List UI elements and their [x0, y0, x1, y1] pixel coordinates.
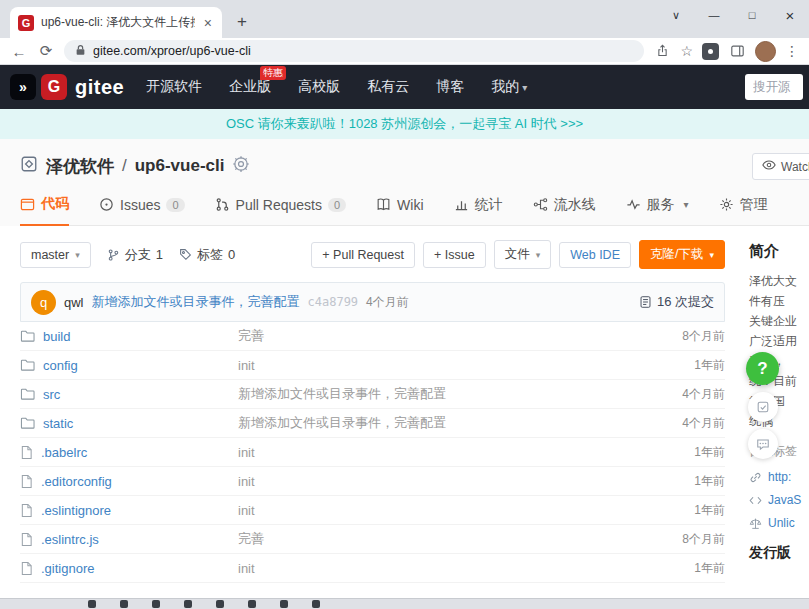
file-commit-message[interactable]: init [238, 561, 643, 576]
file-name-link[interactable]: .eslintignore [41, 503, 111, 518]
file-commit-message[interactable]: init [238, 445, 643, 460]
search-input[interactable] [745, 74, 803, 100]
profile-avatar[interactable] [755, 41, 776, 62]
new-pull-request-button[interactable]: + Pull Request [311, 242, 415, 268]
branches-link[interactable]: 分支1 [107, 246, 163, 264]
taskbar-icon[interactable] [280, 600, 288, 608]
tab-services[interactable]: 服务 ▾ [626, 195, 689, 225]
branch-select[interactable]: master ▾ [20, 242, 91, 268]
nav-item-private-cloud[interactable]: 私有云 [367, 78, 409, 96]
help-button[interactable]: ? [746, 352, 779, 385]
tab-code[interactable]: 代码 [20, 195, 69, 226]
taskbar-icon[interactable] [88, 600, 96, 608]
side-panel-icon[interactable] [728, 44, 746, 58]
file-name-link[interactable]: src [43, 387, 60, 402]
file-name-link[interactable]: .babelrc [41, 445, 87, 460]
table-row[interactable]: src 新增添加文件或目录事件，完善配置 4个月前 [20, 380, 725, 409]
tags-link[interactable]: 标签0 [179, 246, 235, 264]
file-name-link[interactable]: config [43, 358, 78, 373]
file-name-link[interactable]: build [43, 329, 70, 344]
file-menu-button[interactable]: 文件 ▾ [494, 240, 552, 269]
extension-icon[interactable] [702, 43, 719, 60]
file-commit-message[interactable]: 完善 [238, 530, 643, 548]
repo-owner-link[interactable]: 泽优软件 [46, 155, 114, 178]
homepage-link[interactable]: http: [749, 470, 809, 484]
file-commit-message[interactable]: init [238, 358, 643, 373]
taskbar-icon[interactable] [184, 600, 192, 608]
nav-item-opensource[interactable]: 开源软件 [146, 78, 202, 96]
file-commit-message[interactable]: 新增添加文件或目录事件，完善配置 [238, 385, 643, 403]
maximize-icon[interactable]: □ [733, 0, 771, 30]
tab-manage[interactable]: 管理 [719, 195, 768, 225]
nav-item-enterprise[interactable]: 企业版特惠 [229, 78, 271, 96]
refresh-icon[interactable]: ⟳ [37, 42, 55, 60]
share-icon[interactable] [653, 44, 671, 58]
nav-item-blog[interactable]: 博客 [436, 78, 464, 96]
table-row[interactable]: config init 1年前 [20, 351, 725, 380]
minimize-icon[interactable]: — [695, 0, 733, 30]
license-link[interactable]: Unlic [749, 516, 809, 530]
address-bar: ← ⟳ gitee.com/xproer/up6-vue-cli ☆ ⋮ [0, 38, 809, 65]
browser-tab[interactable]: G up6-vue-cli: 泽优大文件上传控 × [10, 7, 222, 38]
repo-icon [20, 155, 38, 178]
table-row[interactable]: .gitignore init 1年前 [20, 554, 725, 583]
tab-statistics[interactable]: 统计 [454, 195, 503, 225]
taskbar-icon[interactable] [216, 600, 224, 608]
language-link[interactable]: JavaS [749, 493, 809, 507]
web-ide-button[interactable]: Web IDE [559, 242, 631, 268]
table-row[interactable]: .eslintrc.js 完善 8个月前 [20, 525, 725, 554]
address-input[interactable]: gitee.com/xproer/up6-vue-cli [64, 40, 644, 62]
commit-message-link[interactable]: 新增添加文件或目录事件，完善配置 [92, 293, 300, 311]
taskbar-icon[interactable] [248, 600, 256, 608]
repo-name-link[interactable]: up6-vue-cli [135, 156, 225, 176]
repo-header: 泽优软件 / up6-vue-cli Watch 代码 Issues 0 Pul… [0, 139, 809, 226]
browser-menu-icon[interactable]: ⋮ [785, 43, 799, 59]
edit-doc-icon [756, 400, 770, 414]
table-row[interactable]: .editorconfig init 1年前 [20, 467, 725, 496]
close-icon[interactable]: × [771, 0, 809, 30]
file-commit-message[interactable]: 新增添加文件或目录事件，完善配置 [238, 414, 643, 432]
watch-button[interactable]: Watch [752, 153, 809, 180]
file-name-link[interactable]: .gitignore [41, 561, 94, 576]
tab-wiki[interactable]: Wiki [376, 195, 423, 225]
file-name-link[interactable]: static [43, 416, 73, 431]
table-row[interactable]: static 新增添加文件或目录事件，完善配置 4个月前 [20, 409, 725, 438]
code-icon [749, 494, 762, 507]
commit-hash[interactable]: c4a8799 [308, 295, 359, 309]
bookmark-star-icon[interactable]: ☆ [680, 43, 693, 59]
commit-author-avatar[interactable]: q [31, 290, 56, 315]
window-controls: ∨ — □ × [657, 0, 809, 30]
nav-item-mine[interactable]: 我的▾ [491, 78, 527, 96]
tab-pipelines[interactable]: 流水线 [533, 195, 596, 225]
taskbar-icon[interactable] [120, 600, 128, 608]
gitee-logo[interactable]: » G gitee [10, 74, 124, 100]
tab-pull-requests[interactable]: Pull Requests 0 [215, 195, 347, 225]
commits-count-link[interactable]: 16 次提交 [639, 293, 714, 311]
back-icon[interactable]: ← [10, 43, 28, 60]
tab-close-icon[interactable]: × [202, 15, 214, 31]
new-tab-button[interactable]: + [228, 8, 256, 36]
file-commit-message[interactable]: init [238, 474, 643, 489]
announcement-banner[interactable]: OSC 请你来轰趴啦！1028 苏州源创会，一起寻宝 AI 时代 >>> [0, 109, 809, 139]
file-commit-message[interactable]: init [238, 503, 643, 518]
about-text-line: 泽优大文 [749, 271, 809, 291]
clone-download-button[interactable]: 克隆/下载 ▾ [639, 240, 725, 269]
file-name-link[interactable]: .eslintrc.js [41, 532, 99, 547]
file-commit-message[interactable]: 完善 [238, 327, 643, 345]
new-issue-button[interactable]: + Issue [423, 242, 486, 268]
nav-item-education[interactable]: 高校版 [298, 78, 340, 96]
table-row[interactable]: build 完善 8个月前 [20, 322, 725, 351]
commits-list-icon [639, 295, 652, 309]
table-row[interactable]: .babelrc init 1年前 [20, 438, 725, 467]
tab-search-icon[interactable]: ∨ [657, 0, 695, 30]
taskbar-icon[interactable] [312, 600, 320, 608]
chat-button[interactable] [748, 429, 778, 459]
tab-issues[interactable]: Issues 0 [99, 195, 185, 225]
file-name-link[interactable]: .editorconfig [41, 474, 112, 489]
taskbar-icon[interactable] [152, 600, 160, 608]
feedback-button[interactable] [748, 392, 778, 422]
gitee-header: » G gitee 开源软件 企业版特惠 高校版 私有云 博客 我的▾ [0, 65, 809, 109]
about-text-line: 关键企业 [749, 311, 809, 331]
table-row[interactable]: .eslintignore init 1年前 [20, 496, 725, 525]
commit-author[interactable]: qwl [64, 295, 84, 310]
